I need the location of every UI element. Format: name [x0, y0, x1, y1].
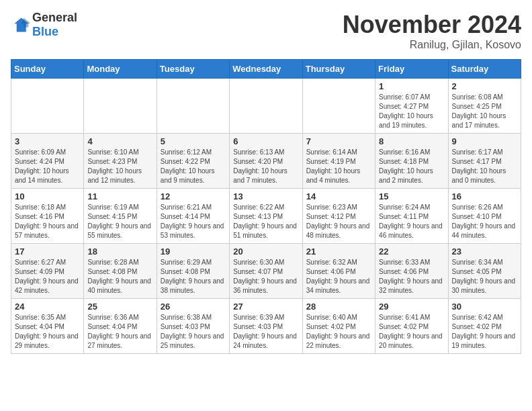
day-cell: 8Sunrise: 6:16 AM Sunset: 4:18 PM Daylig… [375, 134, 448, 189]
logo-icon [11, 15, 30, 34]
weekday-header-row: SundayMondayTuesdayWednesdayThursdayFrid… [11, 60, 521, 79]
day-cell: 14Sunrise: 6:23 AM Sunset: 4:12 PM Dayli… [302, 189, 375, 244]
day-info: Sunrise: 6:27 AM Sunset: 4:09 PM Dayligh… [15, 258, 80, 295]
day-info: Sunrise: 6:16 AM Sunset: 4:18 PM Dayligh… [379, 148, 444, 185]
day-cell: 27Sunrise: 6:39 AM Sunset: 4:03 PM Dayli… [230, 299, 302, 354]
day-number: 27 [233, 302, 298, 312]
day-info: Sunrise: 6:18 AM Sunset: 4:16 PM Dayligh… [15, 203, 80, 240]
weekday-header-tuesday: Tuesday [157, 60, 229, 79]
weekday-header-friday: Friday [375, 60, 448, 79]
day-cell [84, 79, 157, 134]
day-info: Sunrise: 6:12 AM Sunset: 4:22 PM Dayligh… [161, 148, 226, 185]
day-number: 29 [379, 302, 444, 312]
day-info: Sunrise: 6:24 AM Sunset: 4:11 PM Dayligh… [379, 203, 444, 240]
day-cell: 7Sunrise: 6:14 AM Sunset: 4:19 PM Daylig… [302, 134, 375, 189]
day-cell: 10Sunrise: 6:18 AM Sunset: 4:16 PM Dayli… [11, 189, 84, 244]
day-info: Sunrise: 6:35 AM Sunset: 4:04 PM Dayligh… [15, 313, 80, 351]
day-number: 13 [233, 191, 298, 201]
day-info: Sunrise: 6:08 AM Sunset: 4:25 PM Dayligh… [452, 93, 517, 130]
day-number: 11 [87, 191, 152, 201]
day-info: Sunrise: 6:42 AM Sunset: 4:02 PM Dayligh… [452, 313, 517, 351]
day-cell: 18Sunrise: 6:28 AM Sunset: 4:08 PM Dayli… [84, 244, 157, 299]
day-cell: 21Sunrise: 6:32 AM Sunset: 4:06 PM Dayli… [302, 244, 375, 299]
day-info: Sunrise: 6:07 AM Sunset: 4:27 PM Dayligh… [379, 93, 444, 130]
day-info: Sunrise: 6:21 AM Sunset: 4:14 PM Dayligh… [161, 203, 226, 240]
day-cell: 15Sunrise: 6:24 AM Sunset: 4:11 PM Dayli… [375, 189, 448, 244]
week-row-4: 17Sunrise: 6:27 AM Sunset: 4:09 PM Dayli… [11, 244, 521, 299]
day-cell: 5Sunrise: 6:12 AM Sunset: 4:22 PM Daylig… [157, 134, 229, 189]
day-cell [11, 79, 84, 134]
day-cell: 28Sunrise: 6:40 AM Sunset: 4:02 PM Dayli… [302, 299, 375, 354]
day-cell: 11Sunrise: 6:19 AM Sunset: 4:15 PM Dayli… [84, 189, 157, 244]
weekday-header-wednesday: Wednesday [230, 60, 302, 79]
day-number: 21 [306, 246, 371, 257]
day-number: 2 [452, 81, 517, 91]
week-row-5: 24Sunrise: 6:35 AM Sunset: 4:04 PM Dayli… [11, 299, 521, 354]
day-cell: 22Sunrise: 6:33 AM Sunset: 4:06 PM Dayli… [375, 244, 448, 299]
day-info: Sunrise: 6:26 AM Sunset: 4:10 PM Dayligh… [452, 203, 517, 240]
day-number: 14 [306, 191, 371, 201]
day-cell: 30Sunrise: 6:42 AM Sunset: 4:02 PM Dayli… [448, 299, 521, 354]
day-info: Sunrise: 6:29 AM Sunset: 4:08 PM Dayligh… [161, 258, 226, 295]
day-number: 9 [452, 136, 517, 146]
day-number: 22 [379, 246, 444, 257]
day-number: 23 [452, 246, 517, 257]
day-number: 12 [161, 191, 226, 201]
title-area: November 2024 Ranilug, Gjilan, Kosovo [343, 11, 521, 51]
calendar-table: SundayMondayTuesdayWednesdayThursdayFrid… [11, 59, 521, 354]
week-row-1: 1Sunrise: 6:07 AM Sunset: 4:27 PM Daylig… [11, 79, 521, 134]
day-cell: 17Sunrise: 6:27 AM Sunset: 4:09 PM Dayli… [11, 244, 84, 299]
day-number: 1 [379, 81, 444, 91]
day-number: 20 [233, 246, 298, 257]
day-info: Sunrise: 6:40 AM Sunset: 4:02 PM Dayligh… [306, 313, 371, 351]
day-info: Sunrise: 6:23 AM Sunset: 4:12 PM Dayligh… [306, 203, 371, 240]
day-number: 16 [452, 191, 517, 201]
day-info: Sunrise: 6:10 AM Sunset: 4:23 PM Dayligh… [87, 148, 152, 185]
day-number: 10 [15, 191, 80, 201]
week-row-3: 10Sunrise: 6:18 AM Sunset: 4:16 PM Dayli… [11, 189, 521, 244]
logo-text: General Blue [32, 12, 77, 38]
day-cell: 12Sunrise: 6:21 AM Sunset: 4:14 PM Dayli… [157, 189, 229, 244]
day-info: Sunrise: 6:39 AM Sunset: 4:03 PM Dayligh… [233, 313, 298, 351]
day-number: 4 [87, 136, 152, 146]
week-row-2: 3Sunrise: 6:09 AM Sunset: 4:24 PM Daylig… [11, 134, 521, 189]
day-cell: 16Sunrise: 6:26 AM Sunset: 4:10 PM Dayli… [448, 189, 521, 244]
day-cell: 29Sunrise: 6:41 AM Sunset: 4:02 PM Dayli… [375, 299, 448, 354]
day-info: Sunrise: 6:19 AM Sunset: 4:15 PM Dayligh… [87, 203, 152, 240]
weekday-header-monday: Monday [84, 60, 157, 79]
day-number: 30 [452, 302, 517, 312]
day-cell: 23Sunrise: 6:34 AM Sunset: 4:05 PM Dayli… [448, 244, 521, 299]
day-cell: 9Sunrise: 6:17 AM Sunset: 4:17 PM Daylig… [448, 134, 521, 189]
day-info: Sunrise: 6:17 AM Sunset: 4:17 PM Dayligh… [452, 148, 517, 185]
day-number: 8 [379, 136, 444, 146]
weekday-header-sunday: Sunday [11, 60, 84, 79]
day-info: Sunrise: 6:09 AM Sunset: 4:24 PM Dayligh… [15, 148, 80, 185]
day-number: 15 [379, 191, 444, 201]
location: Ranilug, Gjilan, Kosovo [343, 39, 521, 51]
day-cell: 26Sunrise: 6:38 AM Sunset: 4:03 PM Dayli… [157, 299, 229, 354]
day-info: Sunrise: 6:38 AM Sunset: 4:03 PM Dayligh… [161, 313, 226, 351]
day-number: 5 [161, 136, 226, 146]
logo: General Blue [11, 11, 77, 39]
weekday-header-thursday: Thursday [302, 60, 375, 79]
day-info: Sunrise: 6:14 AM Sunset: 4:19 PM Dayligh… [306, 148, 371, 185]
day-cell: 6Sunrise: 6:13 AM Sunset: 4:20 PM Daylig… [230, 134, 302, 189]
day-number: 3 [15, 136, 80, 146]
day-cell: 3Sunrise: 6:09 AM Sunset: 4:24 PM Daylig… [11, 134, 84, 189]
day-info: Sunrise: 6:36 AM Sunset: 4:04 PM Dayligh… [87, 313, 152, 351]
day-cell: 25Sunrise: 6:36 AM Sunset: 4:04 PM Dayli… [84, 299, 157, 354]
day-cell: 13Sunrise: 6:22 AM Sunset: 4:13 PM Dayli… [230, 189, 302, 244]
day-info: Sunrise: 6:30 AM Sunset: 4:07 PM Dayligh… [233, 258, 298, 295]
day-cell [302, 79, 375, 134]
day-number: 18 [87, 246, 152, 257]
day-cell: 1Sunrise: 6:07 AM Sunset: 4:27 PM Daylig… [375, 79, 448, 134]
day-number: 6 [233, 136, 298, 146]
day-info: Sunrise: 6:34 AM Sunset: 4:05 PM Dayligh… [452, 258, 517, 295]
day-info: Sunrise: 6:41 AM Sunset: 4:02 PM Dayligh… [379, 313, 444, 351]
day-number: 24 [15, 302, 80, 312]
day-info: Sunrise: 6:13 AM Sunset: 4:20 PM Dayligh… [233, 148, 298, 185]
day-cell: 4Sunrise: 6:10 AM Sunset: 4:23 PM Daylig… [84, 134, 157, 189]
day-cell [230, 79, 302, 134]
day-number: 19 [161, 246, 226, 257]
day-info: Sunrise: 6:33 AM Sunset: 4:06 PM Dayligh… [379, 258, 444, 295]
